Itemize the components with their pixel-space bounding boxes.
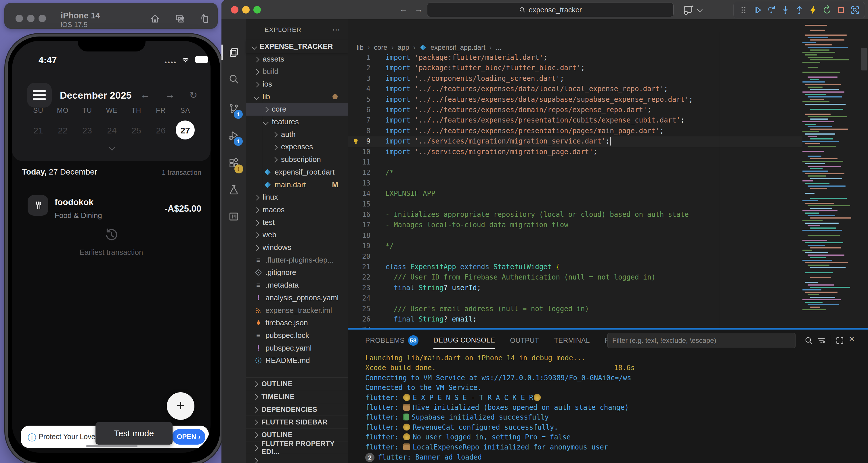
tree-item-.metadata[interactable]: ≡.metadata	[246, 279, 348, 291]
step-over-icon[interactable]	[766, 5, 777, 15]
code-editor[interactable]: lib›core›app›expensif_app.dart›... 1impo…	[348, 19, 868, 328]
continue-icon[interactable]	[752, 5, 763, 15]
tree-item-web[interactable]: web	[246, 228, 348, 241]
home-icon[interactable]	[150, 13, 160, 24]
tree-item-test[interactable]: test	[246, 216, 348, 228]
tree-item-.flutter-plugins-dep...[interactable]: ≡.flutter-plugins-dep...	[246, 254, 348, 266]
console-line: Launching lib/main.dart on iPhone 14 in …	[365, 354, 586, 364]
window-dot-icon[interactable]	[16, 15, 23, 22]
editor-scrollbar[interactable]	[861, 48, 867, 70]
sidebar-section-OUTLINE[interactable]: OUTLINE	[246, 377, 348, 390]
code-line: - Manages local-to-cloud data migration …	[385, 221, 568, 229]
stop-icon[interactable]	[836, 5, 846, 15]
explorer-root-folder[interactable]: EXPENSE_TRACKER	[246, 40, 348, 53]
tree-item-build[interactable]: build	[246, 65, 348, 78]
hot-reload-icon[interactable]	[808, 5, 818, 15]
sidebar-section-OUTLINE[interactable]: OUTLINE	[246, 428, 348, 441]
tree-item-assets[interactable]: assets	[246, 53, 348, 65]
ad-open-button[interactable]: OPEN ›	[172, 429, 205, 444]
tree-item-expensif_root.dart[interactable]: expensif_root.dart	[246, 166, 348, 178]
calendar-collapse-button[interactable]	[110, 146, 114, 151]
minimize-window-button[interactable]	[242, 6, 250, 13]
explorer-icon[interactable]	[228, 47, 240, 58]
console-filter-input[interactable]	[608, 333, 796, 348]
sidebar-section-FLUTTER PROPERTY EDI...[interactable]: FLUTTER PROPERTY EDI...	[246, 441, 348, 454]
tree-item-windows[interactable]: windows	[246, 241, 348, 254]
tree-item-core[interactable]: core	[246, 103, 348, 116]
close-window-button[interactable]	[231, 6, 239, 13]
inspect-widget-icon[interactable]	[850, 5, 860, 15]
transaction-row[interactable]	[28, 195, 48, 216]
calendar-date[interactable]: 25	[125, 126, 148, 135]
filter-icon[interactable]	[817, 336, 826, 345]
explorer-more-icon[interactable]: ⋯	[332, 25, 340, 34]
breadcrumb-item[interactable]: ...	[496, 43, 502, 52]
command-center-search[interactable]: expense_tracker	[427, 3, 674, 17]
breadcrumb-item[interactable]: app	[398, 43, 409, 52]
refresh-button[interactable]: ↻	[189, 89, 197, 101]
window-dot-icon[interactable]	[27, 15, 34, 22]
screenshot-icon[interactable]	[175, 13, 186, 24]
add-transaction-button[interactable]: +	[167, 392, 194, 420]
calendar-date[interactable]: 27	[174, 126, 197, 135]
sidebar-section-partial[interactable]	[246, 454, 348, 463]
home-indicator[interactable]	[86, 445, 137, 447]
calendar-date[interactable]: 22	[51, 126, 74, 135]
tree-item-features[interactable]: features	[246, 116, 348, 128]
window-dot-icon[interactable]	[38, 15, 46, 22]
tree-item-linux[interactable]: linux	[246, 191, 348, 204]
line-number: 13	[348, 179, 370, 187]
copilot-icon[interactable]	[682, 4, 695, 16]
tree-item-macos[interactable]: macos	[246, 203, 348, 216]
sidebar-section-FLUTTER SIDEBAR[interactable]: FLUTTER SIDEBAR	[246, 415, 348, 429]
breadcrumb-item[interactable]: core	[374, 43, 388, 52]
calendar-date[interactable]: 21	[27, 126, 50, 135]
testing-icon[interactable]	[228, 184, 240, 195]
transaction-name[interactable]: foodokok	[55, 197, 93, 207]
close-panel-icon[interactable]: ×	[849, 334, 855, 344]
sidebar-section-DEPENDENCIES[interactable]: DEPENDENCIES	[246, 403, 348, 416]
calendar-date[interactable]: 23	[75, 126, 99, 135]
breadcrumb-item[interactable]: expensif_app.dart	[431, 43, 486, 52]
tree-item-pubspec.yaml[interactable]: !pubspec.yaml	[246, 342, 348, 354]
calendar-date[interactable]: 24	[100, 126, 123, 135]
tree-item-auth[interactable]: auth	[246, 128, 348, 141]
tree-item-analysis_options.yaml[interactable]: !analysis_options.yaml	[246, 291, 348, 304]
nav-back-button[interactable]: ←	[399, 4, 408, 14]
minimap[interactable]	[802, 22, 860, 324]
copilot-dropdown[interactable]	[698, 7, 702, 13]
line-number: 7	[348, 116, 370, 124]
tree-item-expense_tracker.iml[interactable]: expense_tracker.iml	[246, 304, 348, 317]
tree-item-pubspec.lock[interactable]: ≡pubspec.lock	[246, 329, 348, 342]
step-out-icon[interactable]	[794, 5, 804, 15]
breadcrumb-item[interactable]: lib	[356, 43, 364, 52]
panel-tab-PROBLEMS[interactable]: PROBLEMS58	[365, 333, 418, 348]
nav-forward-button[interactable]: →	[414, 4, 423, 14]
flutter-panel-icon[interactable]	[228, 211, 240, 222]
menu-button[interactable]	[27, 83, 52, 107]
calendar-date[interactable]: 26	[149, 126, 172, 135]
tree-item-main.dart[interactable]: main.dartM	[246, 178, 348, 191]
text-cursor	[610, 137, 611, 146]
rotate-icon[interactable]	[199, 13, 210, 24]
tree-item-README.md[interactable]: README.md	[246, 354, 348, 367]
tree-item-lib[interactable]: lib	[246, 90, 348, 103]
panel-tab-DEBUG CONSOLE[interactable]: DEBUG CONSOLE	[433, 332, 495, 349]
panel-tab-TERMINAL[interactable]: TERMINAL	[554, 333, 590, 348]
tree-item-expenses[interactable]: expenses	[246, 141, 348, 153]
drag-grip-icon[interactable]	[738, 5, 749, 15]
next-month-button[interactable]: →	[165, 89, 175, 100]
restart-icon[interactable]	[822, 5, 832, 15]
sidebar-section-TIMELINE[interactable]: TIMELINE	[246, 390, 348, 403]
tree-item-.gitignore[interactable]: .gitignore	[246, 266, 348, 279]
zoom-window-button[interactable]	[253, 6, 261, 13]
search-icon[interactable]	[804, 336, 813, 345]
maximize-panel-icon[interactable]	[835, 336, 844, 345]
prev-month-button[interactable]: ←	[141, 89, 150, 100]
tree-item-firebase.json[interactable]: firebase.json	[246, 317, 348, 329]
tree-item-ios[interactable]: ios	[246, 78, 348, 90]
step-into-icon[interactable]	[780, 5, 790, 15]
panel-tab-OUTPUT[interactable]: OUTPUT	[510, 333, 539, 348]
search-view-icon[interactable]	[228, 73, 240, 85]
tree-item-subscription[interactable]: subscription	[246, 153, 348, 166]
